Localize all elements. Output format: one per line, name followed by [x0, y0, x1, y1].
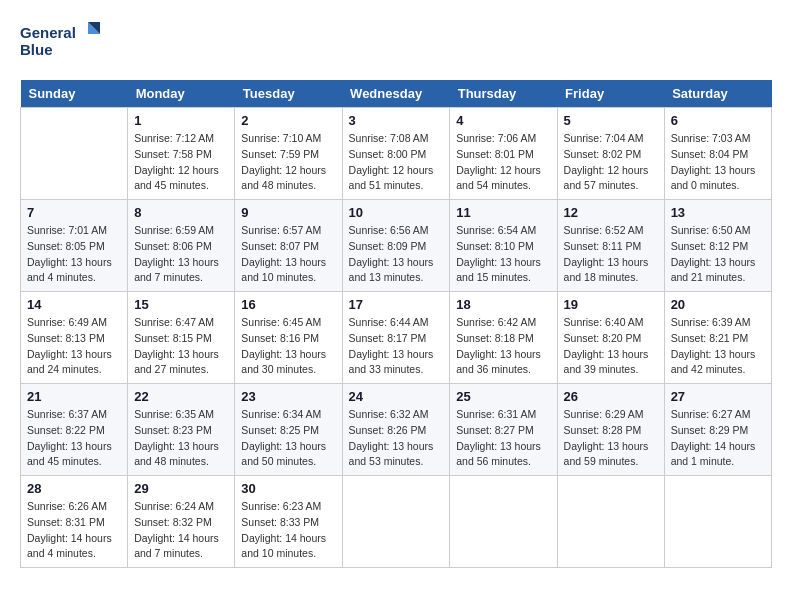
day-info: Sunrise: 6:52 AM Sunset: 8:11 PM Dayligh… [564, 223, 658, 286]
day-info: Sunrise: 6:49 AM Sunset: 8:13 PM Dayligh… [27, 315, 121, 378]
day-info: Sunrise: 6:37 AM Sunset: 8:22 PM Dayligh… [27, 407, 121, 470]
calendar-cell: 15Sunrise: 6:47 AM Sunset: 8:15 PM Dayli… [128, 292, 235, 384]
calendar-cell: 26Sunrise: 6:29 AM Sunset: 8:28 PM Dayli… [557, 384, 664, 476]
day-info: Sunrise: 6:26 AM Sunset: 8:31 PM Dayligh… [27, 499, 121, 562]
calendar-cell: 21Sunrise: 6:37 AM Sunset: 8:22 PM Dayli… [21, 384, 128, 476]
calendar-cell: 2Sunrise: 7:10 AM Sunset: 7:59 PM Daylig… [235, 108, 342, 200]
day-number: 4 [456, 113, 550, 128]
calendar-table: SundayMondayTuesdayWednesdayThursdayFrid… [20, 80, 772, 568]
calendar-cell: 10Sunrise: 6:56 AM Sunset: 8:09 PM Dayli… [342, 200, 450, 292]
calendar-cell: 28Sunrise: 6:26 AM Sunset: 8:31 PM Dayli… [21, 476, 128, 568]
week-row-5: 28Sunrise: 6:26 AM Sunset: 8:31 PM Dayli… [21, 476, 772, 568]
calendar-cell: 6Sunrise: 7:03 AM Sunset: 8:04 PM Daylig… [664, 108, 771, 200]
day-number: 13 [671, 205, 765, 220]
day-number: 5 [564, 113, 658, 128]
svg-text:Blue: Blue [20, 41, 53, 58]
day-number: 14 [27, 297, 121, 312]
calendar-header-row: SundayMondayTuesdayWednesdayThursdayFrid… [21, 80, 772, 108]
day-number: 20 [671, 297, 765, 312]
day-info: Sunrise: 7:08 AM Sunset: 8:00 PM Dayligh… [349, 131, 444, 194]
calendar-cell [342, 476, 450, 568]
day-info: Sunrise: 7:04 AM Sunset: 8:02 PM Dayligh… [564, 131, 658, 194]
day-info: Sunrise: 6:50 AM Sunset: 8:12 PM Dayligh… [671, 223, 765, 286]
column-header-monday: Monday [128, 80, 235, 108]
week-row-2: 7Sunrise: 7:01 AM Sunset: 8:05 PM Daylig… [21, 200, 772, 292]
day-info: Sunrise: 6:23 AM Sunset: 8:33 PM Dayligh… [241, 499, 335, 562]
calendar-cell: 13Sunrise: 6:50 AM Sunset: 8:12 PM Dayli… [664, 200, 771, 292]
calendar-cell: 30Sunrise: 6:23 AM Sunset: 8:33 PM Dayli… [235, 476, 342, 568]
day-number: 23 [241, 389, 335, 404]
calendar-cell: 25Sunrise: 6:31 AM Sunset: 8:27 PM Dayli… [450, 384, 557, 476]
calendar-cell [450, 476, 557, 568]
day-number: 29 [134, 481, 228, 496]
day-info: Sunrise: 6:27 AM Sunset: 8:29 PM Dayligh… [671, 407, 765, 470]
day-info: Sunrise: 6:24 AM Sunset: 8:32 PM Dayligh… [134, 499, 228, 562]
column-header-wednesday: Wednesday [342, 80, 450, 108]
calendar-cell: 27Sunrise: 6:27 AM Sunset: 8:29 PM Dayli… [664, 384, 771, 476]
day-info: Sunrise: 7:12 AM Sunset: 7:58 PM Dayligh… [134, 131, 228, 194]
day-info: Sunrise: 6:56 AM Sunset: 8:09 PM Dayligh… [349, 223, 444, 286]
day-number: 2 [241, 113, 335, 128]
calendar-cell: 7Sunrise: 7:01 AM Sunset: 8:05 PM Daylig… [21, 200, 128, 292]
day-info: Sunrise: 6:29 AM Sunset: 8:28 PM Dayligh… [564, 407, 658, 470]
week-row-1: 1Sunrise: 7:12 AM Sunset: 7:58 PM Daylig… [21, 108, 772, 200]
day-info: Sunrise: 6:35 AM Sunset: 8:23 PM Dayligh… [134, 407, 228, 470]
day-info: Sunrise: 6:45 AM Sunset: 8:16 PM Dayligh… [241, 315, 335, 378]
week-row-3: 14Sunrise: 6:49 AM Sunset: 8:13 PM Dayli… [21, 292, 772, 384]
day-number: 18 [456, 297, 550, 312]
calendar-cell: 17Sunrise: 6:44 AM Sunset: 8:17 PM Dayli… [342, 292, 450, 384]
week-row-4: 21Sunrise: 6:37 AM Sunset: 8:22 PM Dayli… [21, 384, 772, 476]
day-number: 17 [349, 297, 444, 312]
column-header-friday: Friday [557, 80, 664, 108]
day-number: 8 [134, 205, 228, 220]
calendar-cell: 11Sunrise: 6:54 AM Sunset: 8:10 PM Dayli… [450, 200, 557, 292]
column-header-tuesday: Tuesday [235, 80, 342, 108]
day-number: 9 [241, 205, 335, 220]
day-number: 7 [27, 205, 121, 220]
calendar-cell: 1Sunrise: 7:12 AM Sunset: 7:58 PM Daylig… [128, 108, 235, 200]
svg-text:General: General [20, 24, 76, 41]
day-info: Sunrise: 6:31 AM Sunset: 8:27 PM Dayligh… [456, 407, 550, 470]
logo-icon: General Blue [20, 20, 100, 65]
logo: General Blue [20, 20, 100, 65]
day-info: Sunrise: 6:42 AM Sunset: 8:18 PM Dayligh… [456, 315, 550, 378]
day-number: 11 [456, 205, 550, 220]
day-info: Sunrise: 6:39 AM Sunset: 8:21 PM Dayligh… [671, 315, 765, 378]
day-number: 28 [27, 481, 121, 496]
column-header-sunday: Sunday [21, 80, 128, 108]
day-number: 21 [27, 389, 121, 404]
calendar-cell: 19Sunrise: 6:40 AM Sunset: 8:20 PM Dayli… [557, 292, 664, 384]
day-number: 19 [564, 297, 658, 312]
calendar-cell: 24Sunrise: 6:32 AM Sunset: 8:26 PM Dayli… [342, 384, 450, 476]
day-info: Sunrise: 6:34 AM Sunset: 8:25 PM Dayligh… [241, 407, 335, 470]
page-header: General Blue [20, 20, 772, 65]
calendar-cell: 29Sunrise: 6:24 AM Sunset: 8:32 PM Dayli… [128, 476, 235, 568]
day-number: 30 [241, 481, 335, 496]
calendar-cell: 3Sunrise: 7:08 AM Sunset: 8:00 PM Daylig… [342, 108, 450, 200]
day-info: Sunrise: 6:47 AM Sunset: 8:15 PM Dayligh… [134, 315, 228, 378]
calendar-cell: 20Sunrise: 6:39 AM Sunset: 8:21 PM Dayli… [664, 292, 771, 384]
day-info: Sunrise: 6:54 AM Sunset: 8:10 PM Dayligh… [456, 223, 550, 286]
calendar-cell: 12Sunrise: 6:52 AM Sunset: 8:11 PM Dayli… [557, 200, 664, 292]
calendar-cell: 14Sunrise: 6:49 AM Sunset: 8:13 PM Dayli… [21, 292, 128, 384]
day-number: 6 [671, 113, 765, 128]
calendar-cell: 5Sunrise: 7:04 AM Sunset: 8:02 PM Daylig… [557, 108, 664, 200]
day-number: 26 [564, 389, 658, 404]
day-info: Sunrise: 7:10 AM Sunset: 7:59 PM Dayligh… [241, 131, 335, 194]
day-number: 1 [134, 113, 228, 128]
column-header-thursday: Thursday [450, 80, 557, 108]
day-info: Sunrise: 6:59 AM Sunset: 8:06 PM Dayligh… [134, 223, 228, 286]
calendar-cell: 22Sunrise: 6:35 AM Sunset: 8:23 PM Dayli… [128, 384, 235, 476]
calendar-cell: 16Sunrise: 6:45 AM Sunset: 8:16 PM Dayli… [235, 292, 342, 384]
day-info: Sunrise: 7:03 AM Sunset: 8:04 PM Dayligh… [671, 131, 765, 194]
calendar-cell [664, 476, 771, 568]
day-number: 22 [134, 389, 228, 404]
calendar-cell: 9Sunrise: 6:57 AM Sunset: 8:07 PM Daylig… [235, 200, 342, 292]
day-number: 24 [349, 389, 444, 404]
day-info: Sunrise: 6:44 AM Sunset: 8:17 PM Dayligh… [349, 315, 444, 378]
calendar-cell: 23Sunrise: 6:34 AM Sunset: 8:25 PM Dayli… [235, 384, 342, 476]
calendar-cell [557, 476, 664, 568]
day-number: 15 [134, 297, 228, 312]
day-info: Sunrise: 6:32 AM Sunset: 8:26 PM Dayligh… [349, 407, 444, 470]
day-info: Sunrise: 6:40 AM Sunset: 8:20 PM Dayligh… [564, 315, 658, 378]
